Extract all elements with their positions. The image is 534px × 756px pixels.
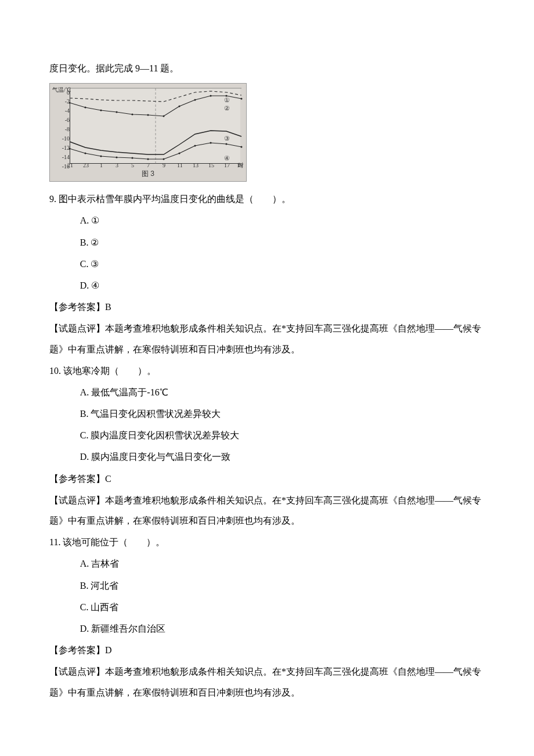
q10-c-label: C. <box>80 430 91 440</box>
q11-stem: 11. 该地可能位于（ ）。 <box>49 532 485 552</box>
svg-point-7 <box>147 114 149 116</box>
q11-b-text: 河北省 <box>91 581 118 591</box>
q10-stem: 10. 该地寒冷期（ ）。 <box>49 361 485 381</box>
q9-b-text: ② <box>91 237 99 247</box>
q9-answer-label: 【参考答案】 <box>49 302 105 312</box>
svg-point-21 <box>179 153 181 154</box>
q10-answer: 【参考答案】C <box>49 469 485 489</box>
q11-comment-label: 【试题点评】 <box>49 667 105 676</box>
q10-answer-label: 【参考答案】 <box>49 474 105 484</box>
q11-answer: 【参考答案】D <box>49 640 485 660</box>
svg-point-6 <box>132 114 134 116</box>
q9-option-a: A. ① <box>49 210 485 231</box>
q9-b-label: B. <box>80 237 91 247</box>
q10-text: 该地寒冷期（ ）。 <box>63 366 156 376</box>
svg-point-5 <box>116 111 118 113</box>
q11-a-label: A. <box>80 559 92 568</box>
q10-answer-value: C <box>105 474 111 484</box>
q10-a-label: A. <box>80 387 92 397</box>
series-label-2: ② <box>224 101 230 115</box>
q9-option-c: C. ③ <box>49 254 485 274</box>
q11-d-label: D. <box>80 624 92 633</box>
q11-text: 该地可能位于（ ）。 <box>63 537 165 547</box>
svg-point-17 <box>116 157 118 159</box>
q9-stem: 9. 图中表示枯雪年膜内平均温度日变化的曲线是（ ）。 <box>49 189 485 209</box>
q9-comment: 【试题点评】本题考查堆积地貌形成条件相关知识点。在*支持回车高三强化提高班《自然… <box>49 318 485 359</box>
q10-comment: 【试题点评】本题考查堆积地貌形成条件相关知识点。在*支持回车高三强化提高班《自然… <box>49 490 485 531</box>
svg-point-16 <box>100 156 102 157</box>
q10-b-label: B. <box>80 409 91 419</box>
q10-c-text: 膜内温度日变化因积雪状况差异较大 <box>91 430 239 440</box>
svg-point-13 <box>241 98 243 100</box>
svg-point-9 <box>179 106 181 107</box>
q9-d-label: D. <box>80 280 92 290</box>
svg-point-22 <box>194 145 196 147</box>
figure-container: ① ② ③ ④ 气温/℃ 0 -2 -4 -6 -8 -10 -12 -14 -… <box>49 83 485 182</box>
q11-option-a: A. 吉林省 <box>49 553 485 574</box>
q10-option-b: B. 气温日变化因积雪状况差异较大 <box>49 404 485 424</box>
svg-point-8 <box>163 116 165 117</box>
svg-point-23 <box>210 142 212 144</box>
q10-option-a: A. 最低气温高于-16℃ <box>49 382 485 402</box>
svg-point-3 <box>85 107 86 109</box>
q9-option-b: B. ② <box>49 232 485 253</box>
q11-comment-text: 本题考查堆积地貌形成条件相关知识点。在*支持回车高三强化提高班《自然地理——气候… <box>49 667 481 697</box>
q10-b-text: 气温日变化因积雪状况差异较大 <box>91 409 221 419</box>
svg-point-25 <box>241 146 243 148</box>
q10-option-d: D. 膜内温度日变化与气温日变化一致 <box>49 447 485 467</box>
q10-a-text: 最低气温高于-16℃ <box>91 387 168 397</box>
q11-option-b: B. 河北省 <box>49 575 485 596</box>
intro-text: 度日变化。据此完成 9—11 题。 <box>49 58 485 78</box>
q10-d-text: 膜内温度日变化与气温日变化一致 <box>91 452 230 462</box>
q9-comment-text: 本题考查堆积地貌形成条件相关知识点。在*支持回车高三强化提高班《自然地理——气候… <box>49 323 481 354</box>
q9-d-text: ④ <box>91 280 99 290</box>
q10-prefix: 10. <box>49 366 63 376</box>
q9-prefix: 9. <box>49 194 59 204</box>
svg-point-11 <box>210 95 212 97</box>
q9-comment-label: 【试题点评】 <box>49 323 105 333</box>
q11-c-text: 山西省 <box>91 602 118 612</box>
q9-c-text: ③ <box>91 259 99 269</box>
q9-answer-value: B <box>105 302 111 312</box>
line-chart: ① ② ③ ④ 气温/℃ 0 -2 -4 -6 -8 -10 -12 -14 -… <box>49 83 247 182</box>
figure-caption: 图 3 <box>50 166 246 181</box>
q10-option-c: C. 膜内温度日变化因积雪状况差异较大 <box>49 425 485 445</box>
q9-a-label: A. <box>80 215 92 225</box>
q11-prefix: 11. <box>49 537 63 547</box>
q10-d-label: D. <box>80 452 92 462</box>
q9-c-label: C. <box>80 259 91 269</box>
q11-option-d: D. 新疆维吾尔自治区 <box>49 618 485 639</box>
svg-point-4 <box>100 110 102 111</box>
q9-option-d: D. ④ <box>49 275 485 296</box>
q9-a-text: ① <box>91 215 99 225</box>
series-label-3: ③ <box>224 131 230 145</box>
q11-comment: 【试题点评】本题考查堆积地貌形成条件相关知识点。在*支持回车高三强化提高班《自然… <box>49 661 485 702</box>
svg-point-15 <box>85 153 86 154</box>
q11-option-c: C. 山西省 <box>49 597 485 617</box>
q9-answer: 【参考答案】B <box>49 297 485 317</box>
q10-comment-label: 【试题点评】 <box>49 495 105 505</box>
q11-answer-value: D <box>105 645 112 655</box>
q11-answer-label: 【参考答案】 <box>49 645 105 655</box>
q11-a-text: 吉林省 <box>91 559 119 568</box>
q9-text: 图中表示枯雪年膜内平均温度日变化的曲线是（ ）。 <box>59 194 291 204</box>
q11-b-label: B. <box>80 581 91 591</box>
q11-d-text: 新疆维吾尔自治区 <box>91 624 165 633</box>
q11-c-label: C. <box>80 602 91 612</box>
svg-point-10 <box>194 99 196 101</box>
q10-comment-text: 本题考查堆积地貌形成条件相关知识点。在*支持回车高三强化提高班《自然地理——气候… <box>49 495 481 525</box>
